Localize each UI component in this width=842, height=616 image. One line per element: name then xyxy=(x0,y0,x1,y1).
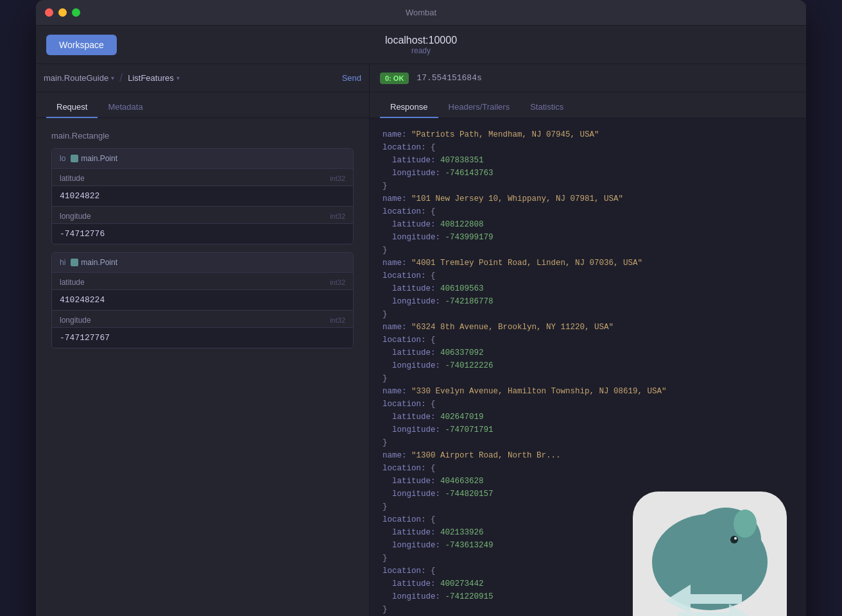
status-badge: 0: OK xyxy=(380,73,409,84)
response-line-6: name: "101 New Jersey 10, Whippany, NJ 0… xyxy=(382,193,793,205)
route-selector[interactable]: main.RouteGuide ▾ xyxy=(44,73,114,83)
server-status: ready xyxy=(385,46,457,55)
hi-key-label: hi xyxy=(60,258,65,267)
tab-request[interactable]: Request xyxy=(46,97,98,118)
response-line-27: location: { xyxy=(382,462,793,475)
lo-latitude-type: int32 xyxy=(330,175,345,182)
response-line-24: longitude: -747071791 xyxy=(382,424,793,436)
lo-latitude-input[interactable] xyxy=(52,185,353,206)
lo-type-badge: main.Point xyxy=(71,154,117,163)
route-bar: main.RouteGuide ▾ / ListFeatures ▾ Send xyxy=(36,64,369,92)
title-bar: Wombat xyxy=(36,0,806,26)
method-selector[interactable]: ListFeatures ▾ xyxy=(128,73,180,83)
response-line-30: } xyxy=(382,501,793,513)
lo-longitude-row: longitude int32 xyxy=(52,206,353,244)
hi-latitude-row: latitude int32 xyxy=(52,272,353,310)
response-tabs: Response Headers/Trailers Statistics xyxy=(370,92,806,118)
route-name: main.RouteGuide xyxy=(44,73,108,83)
response-line-5: } xyxy=(382,180,793,193)
left-tabs: Request Metadata xyxy=(36,92,369,118)
response-line-15: } xyxy=(382,308,793,321)
response-line-34: } xyxy=(382,552,793,565)
toolbar: Workspace localhost:10000 ready xyxy=(36,26,806,64)
response-line-21: name: "330 Evelyn Avenue, Hamilton Towns… xyxy=(382,385,793,398)
response-line-17: location: { xyxy=(382,334,793,346)
close-button[interactable] xyxy=(45,8,53,17)
lo-type-icon xyxy=(71,155,78,162)
response-line-26: name: "1300 Airport Road, North Br... xyxy=(382,449,793,462)
hi-type-icon xyxy=(71,259,78,266)
main-content: main.RouteGuide ▾ / ListFeatures ▾ Send … xyxy=(36,64,806,616)
lo-latitude-label: latitude xyxy=(60,174,85,183)
left-panel: main.RouteGuide ▾ / ListFeatures ▾ Send … xyxy=(36,64,370,616)
lo-field-header: lo main.Point xyxy=(52,149,353,168)
response-line-37: longitude: -741220915 xyxy=(382,590,793,603)
hi-type-label: main.Point xyxy=(81,258,117,267)
response-line-10: } xyxy=(382,244,793,257)
hi-latitude-label: latitude xyxy=(60,278,85,287)
tab-metadata[interactable]: Metadata xyxy=(98,97,153,118)
route-chevron-icon: ▾ xyxy=(111,74,114,81)
response-line-18: latitude: 406337092 xyxy=(382,346,793,359)
response-line-2: location: { xyxy=(382,141,793,154)
response-line-22: location: { xyxy=(382,398,793,411)
lo-type-label: main.Point xyxy=(81,154,117,163)
response-line-29: longitude: -744820157 xyxy=(382,488,793,501)
workspace-button[interactable]: Workspace xyxy=(46,35,117,55)
hi-longitude-row: longitude int32 xyxy=(52,310,353,348)
hi-field-group: hi main.Point latitude int32 xyxy=(51,252,354,348)
response-line-3: latitude: 407838351 xyxy=(382,154,793,167)
send-button[interactable]: Send xyxy=(342,73,361,83)
window-title: Wombat xyxy=(406,8,436,17)
response-line-14: longitude: -742186778 xyxy=(382,295,793,308)
hi-latitude-input[interactable] xyxy=(52,289,353,310)
hi-latitude-label-row: latitude int32 xyxy=(52,273,353,289)
response-line-32: latitude: 402133926 xyxy=(382,526,793,539)
lo-longitude-label-row: longitude int32 xyxy=(52,207,353,223)
method-chevron-icon: ▾ xyxy=(176,74,180,81)
hi-type-badge: main.Point xyxy=(71,258,117,267)
response-time: 17.554151684s xyxy=(417,73,481,83)
minimize-button[interactable] xyxy=(58,8,67,17)
response-line-38: } xyxy=(382,603,793,616)
app-window: Wombat Workspace localhost:10000 ready m… xyxy=(36,0,806,616)
response-line-19: longitude: -740122226 xyxy=(382,359,793,372)
lo-latitude-label-row: latitude int32 xyxy=(52,169,353,185)
response-line-31: location: { xyxy=(382,513,793,526)
maximize-button[interactable] xyxy=(72,8,80,17)
tab-statistics[interactable]: Statistics xyxy=(520,97,574,118)
response-line-1: name: "Patriots Path, Mendham, NJ 07945,… xyxy=(382,128,793,141)
response-line-35: location: { xyxy=(382,565,793,578)
lo-longitude-input[interactable] xyxy=(52,223,353,244)
hi-longitude-input[interactable] xyxy=(52,327,353,348)
response-line-33: longitude: -743613249 xyxy=(382,539,793,552)
hi-field-header: hi main.Point xyxy=(52,253,353,272)
response-line-9: longitude: -743999179 xyxy=(382,231,793,244)
right-panel-wrapper: 0: OK 17.554151684s Response Headers/Tra… xyxy=(370,64,806,616)
response-line-23: latitude: 402647019 xyxy=(382,411,793,424)
response-line-7: location: { xyxy=(382,205,793,218)
lo-field-group: lo main.Point latitude int32 xyxy=(51,148,354,244)
response-content: name: "Patriots Path, Mendham, NJ 07945,… xyxy=(370,118,806,616)
server-host: localhost:10000 xyxy=(385,35,457,46)
response-line-11: name: "4001 Tremley Point Road, Linden, … xyxy=(382,257,793,270)
route-divider: / xyxy=(119,71,123,85)
response-line-13: latitude: 406109563 xyxy=(382,282,793,295)
hi-longitude-label: longitude xyxy=(60,316,91,325)
tab-response[interactable]: Response xyxy=(380,97,438,118)
response-line-8: latitude: 408122808 xyxy=(382,218,793,231)
method-name: ListFeatures xyxy=(128,73,174,83)
tab-headers-trailers[interactable]: Headers/Trailers xyxy=(438,97,520,118)
response-line-28: latitude: 404663628 xyxy=(382,475,793,488)
lo-key-label: lo xyxy=(60,154,65,163)
lo-latitude-row: latitude int32 xyxy=(52,168,353,206)
hi-longitude-label-row: longitude int32 xyxy=(52,311,353,327)
response-line-36: latitude: 400273442 xyxy=(382,578,793,590)
lo-longitude-label: longitude xyxy=(60,212,91,221)
response-line-25: } xyxy=(382,436,793,449)
response-line-16: name: "6324 8th Avenue, Brooklyn, NY 112… xyxy=(382,321,793,334)
response-line-12: location: { xyxy=(382,270,793,282)
response-line-20: } xyxy=(382,372,793,385)
form-area: main.Rectangle lo main.Point latitude xyxy=(36,118,369,616)
response-bar: 0: OK 17.554151684s xyxy=(370,64,806,92)
